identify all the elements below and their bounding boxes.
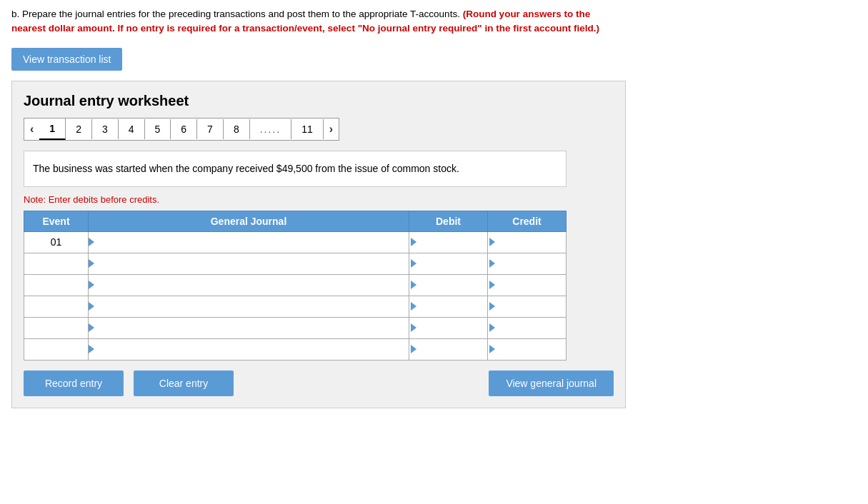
gj-input-3[interactable]	[89, 275, 409, 296]
gj-cell-4[interactable]	[89, 296, 409, 317]
triangle-icon-gj-6	[89, 345, 94, 353]
debit-cell-1[interactable]	[409, 231, 488, 253]
triangle-icon-credit-5	[489, 323, 495, 332]
tab-2[interactable]: 2	[66, 119, 92, 139]
debit-cell-5[interactable]	[409, 317, 488, 338]
triangle-icon-gj-3	[89, 281, 94, 289]
credit-input-3[interactable]	[495, 275, 566, 296]
debit-input-2[interactable]	[416, 253, 487, 274]
event-cell-4	[24, 296, 89, 317]
tab-4[interactable]: 4	[119, 119, 145, 139]
event-cell-6	[24, 338, 89, 360]
credit-cell-6[interactable]	[488, 338, 567, 360]
triangle-icon-credit-4	[489, 302, 495, 311]
triangle-icon-gj-4	[89, 302, 94, 311]
col-header-event: Event	[24, 211, 89, 231]
debit-cell-6[interactable]	[409, 338, 488, 360]
tab-7[interactable]: 7	[197, 119, 224, 139]
col-header-general-journal: General Journal	[89, 211, 409, 231]
table-row	[24, 253, 567, 274]
debit-input-6[interactable]	[416, 339, 487, 360]
tab-ellipsis: .....	[250, 119, 291, 139]
debit-input-4[interactable]	[416, 296, 487, 317]
note-text: Note: Enter debits before credits.	[24, 194, 614, 205]
debit-cell-4[interactable]	[409, 296, 488, 317]
credit-input-1[interactable]	[495, 232, 566, 253]
col-header-credit: Credit	[488, 211, 567, 231]
debit-input-5[interactable]	[416, 318, 487, 338]
credit-input-2[interactable]	[495, 253, 566, 274]
table-row	[24, 274, 567, 296]
tabs-row: ‹ 1 2 3 4 5 6 7 8 ..... 11 ›	[24, 118, 339, 141]
table-row	[24, 317, 567, 338]
journal-table: Event General Journal Debit Credit 01	[24, 211, 567, 361]
triangle-icon-debit-2	[411, 259, 416, 268]
triangle-icon-gj-1	[89, 238, 94, 246]
credit-input-6[interactable]	[495, 339, 566, 360]
event-cell-3	[24, 274, 89, 296]
description-box: The business was started when the compan…	[24, 151, 567, 187]
triangle-icon-gj-2	[89, 259, 94, 268]
gj-input-2[interactable]	[89, 253, 409, 274]
debit-input-1[interactable]	[416, 232, 487, 253]
debit-cell-2[interactable]	[409, 253, 488, 274]
event-cell-2	[24, 253, 89, 274]
table-row	[24, 296, 567, 317]
buttons-row: Record entry Clear entry View general jo…	[24, 371, 614, 396]
view-general-journal-button[interactable]: View general journal	[489, 371, 614, 396]
debit-input-3[interactable]	[416, 275, 487, 296]
gj-input-6[interactable]	[89, 339, 409, 360]
tab-3[interactable]: 3	[92, 119, 119, 139]
clear-entry-button[interactable]: Clear entry	[134, 371, 234, 396]
credit-cell-4[interactable]	[488, 296, 567, 317]
triangle-icon-credit-3	[489, 281, 495, 289]
col-header-debit: Debit	[409, 211, 488, 231]
record-entry-button[interactable]: Record entry	[24, 371, 124, 396]
event-cell-1: 01	[24, 231, 89, 253]
triangle-icon-debit-6	[411, 345, 416, 353]
credit-cell-3[interactable]	[488, 274, 567, 296]
triangle-icon-debit-3	[411, 281, 416, 289]
tab-5[interactable]: 5	[145, 119, 171, 139]
tab-8[interactable]: 8	[224, 119, 250, 139]
tab-11[interactable]: 11	[291, 119, 324, 139]
triangle-icon-debit-4	[411, 302, 416, 311]
tab-prev-button[interactable]: ‹	[24, 119, 39, 140]
credit-cell-2[interactable]	[488, 253, 567, 274]
table-row	[24, 338, 567, 360]
triangle-icon-credit-2	[489, 259, 495, 268]
credit-cell-1[interactable]	[488, 231, 567, 253]
event-cell-5	[24, 317, 89, 338]
gj-input-5[interactable]	[89, 318, 409, 338]
instruction-text: b. Prepare the journal entries for the p…	[11, 7, 626, 36]
tab-next-button[interactable]: ›	[324, 119, 339, 140]
worksheet-title: Journal entry worksheet	[24, 93, 614, 109]
instruction-normal: Prepare the journal entries for the prec…	[19, 9, 460, 19]
gj-cell-3[interactable]	[89, 274, 409, 296]
gj-cell-2[interactable]	[89, 253, 409, 274]
gj-cell-5[interactable]	[89, 317, 409, 338]
triangle-icon-debit-5	[411, 323, 416, 332]
gj-input-1[interactable]	[89, 232, 409, 253]
instruction-part: b.	[11, 9, 19, 19]
credit-input-5[interactable]	[495, 318, 566, 338]
credit-cell-5[interactable]	[488, 317, 567, 338]
view-transaction-list-button[interactable]: View transaction list	[11, 48, 122, 71]
gj-cell-1[interactable]	[89, 231, 409, 253]
triangle-icon-gj-5	[89, 323, 94, 332]
tab-1[interactable]: 1	[39, 119, 66, 140]
triangle-icon-credit-1	[489, 238, 495, 246]
triangle-icon-debit-1	[411, 238, 416, 246]
gj-input-4[interactable]	[89, 296, 409, 317]
description-text: The business was started when the compan…	[33, 163, 459, 174]
worksheet-container: Journal entry worksheet ‹ 1 2 3 4 5 6 7 …	[11, 81, 626, 408]
tab-6[interactable]: 6	[171, 119, 197, 139]
credit-input-4[interactable]	[495, 296, 566, 317]
debit-cell-3[interactable]	[409, 274, 488, 296]
gj-cell-6[interactable]	[89, 338, 409, 360]
triangle-icon-credit-6	[489, 345, 495, 353]
table-row: 01	[24, 231, 567, 253]
